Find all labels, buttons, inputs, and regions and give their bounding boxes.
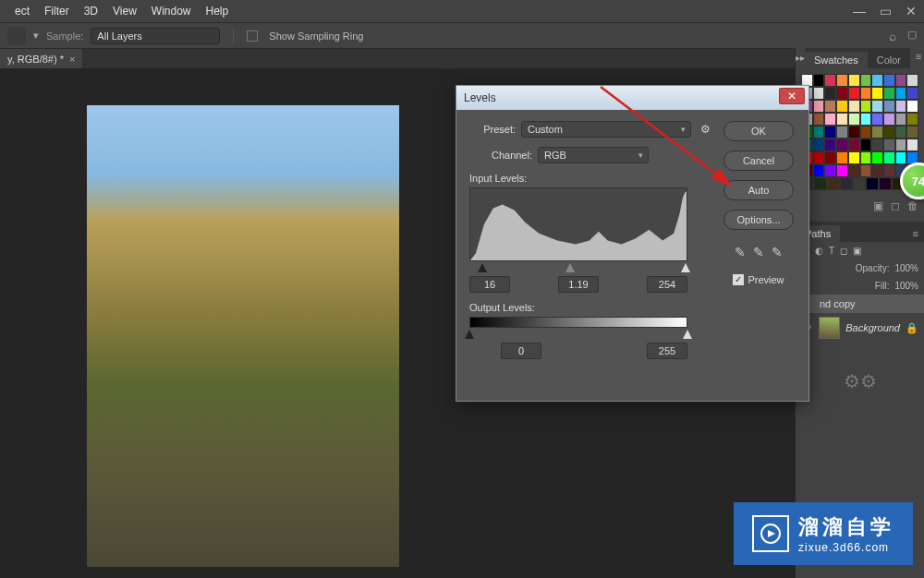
input-gamma-field[interactable] xyxy=(558,276,599,293)
ok-button[interactable]: OK xyxy=(723,121,794,141)
swatch-cell[interactable] xyxy=(871,164,883,177)
filter-adjust-icon[interactable]: ◐ xyxy=(815,246,823,256)
menu-item[interactable]: Window xyxy=(144,5,199,18)
output-white-field[interactable] xyxy=(647,343,687,359)
swatch-cell[interactable] xyxy=(814,177,827,190)
swatch-new-icon[interactable]: ◻ xyxy=(891,199,900,212)
document-tab[interactable]: y, RGB/8#) * × xyxy=(0,49,82,69)
output-gradient[interactable] xyxy=(469,317,687,328)
panel-icon[interactable]: ▸▸ xyxy=(796,48,805,68)
layer-row[interactable]: 👁 Background 🔒 xyxy=(796,313,924,343)
swatch-cell[interactable] xyxy=(906,100,918,113)
white-eyedropper-icon[interactable]: ✎ xyxy=(772,245,783,259)
swatch-cell[interactable] xyxy=(848,138,860,151)
swatch-cell[interactable] xyxy=(836,100,848,113)
filter-type-icon[interactable]: T xyxy=(829,246,834,256)
swatch-cell[interactable] xyxy=(883,74,895,87)
swatch-cell[interactable] xyxy=(860,100,872,113)
swatch-cell[interactable] xyxy=(895,138,907,151)
swatch-cell[interactable] xyxy=(848,100,860,113)
auto-button[interactable]: Auto xyxy=(723,180,794,200)
output-white-handle[interactable] xyxy=(683,330,692,339)
swatch-cell[interactable] xyxy=(895,87,907,100)
channel-dropdown[interactable]: RGB xyxy=(538,147,649,163)
preview-checkbox[interactable]: ✓ xyxy=(733,274,744,285)
swatch-cell[interactable] xyxy=(824,87,836,100)
swatch-cell[interactable] xyxy=(813,151,825,164)
output-black-field[interactable] xyxy=(501,343,541,359)
tool-preset-icon[interactable] xyxy=(7,27,26,45)
swatch-cell[interactable] xyxy=(836,74,848,87)
cancel-button[interactable]: Cancel xyxy=(723,151,794,171)
swatch-cell[interactable] xyxy=(848,87,860,100)
swatch-cell[interactable] xyxy=(883,87,895,100)
input-black-handle[interactable] xyxy=(478,263,487,272)
swatch-cell[interactable] xyxy=(824,74,836,87)
input-white-handle[interactable] xyxy=(681,263,690,272)
swatch-cell[interactable] xyxy=(871,126,883,138)
swatch-cell[interactable] xyxy=(883,126,895,138)
swatch-cell[interactable] xyxy=(860,164,872,177)
swatch-cell[interactable] xyxy=(906,138,918,151)
swatch-cell[interactable] xyxy=(871,100,883,113)
sample-dropdown[interactable]: All Layers xyxy=(91,28,220,44)
swatch-cell[interactable] xyxy=(883,113,895,126)
swatch-cell[interactable] xyxy=(883,100,895,113)
close-button[interactable]: ✕ xyxy=(898,0,924,22)
swatch-cell[interactable] xyxy=(906,126,918,138)
swatch-cell[interactable] xyxy=(813,87,825,100)
swatch-cell[interactable] xyxy=(860,87,872,100)
fill-value[interactable]: 100% xyxy=(894,281,918,291)
options-button[interactable]: Options... xyxy=(723,210,794,230)
swatch-cell[interactable] xyxy=(871,151,883,164)
input-slider-track[interactable] xyxy=(469,263,687,272)
swatch-cell[interactable] xyxy=(824,126,836,138)
layers-menu-icon[interactable]: ≡ xyxy=(907,225,924,242)
swatch-cell[interactable] xyxy=(824,151,836,164)
filter-smart-icon[interactable]: ▣ xyxy=(853,246,861,256)
menu-item[interactable]: Help xyxy=(199,5,237,18)
swatch-cell[interactable] xyxy=(860,113,872,126)
filter-shape-icon[interactable]: ◻ xyxy=(840,246,847,256)
output-black-handle[interactable] xyxy=(465,330,474,339)
swatch-cell[interactable] xyxy=(860,138,872,151)
swatch-cell[interactable] xyxy=(813,74,825,87)
minimize-button[interactable]: — xyxy=(846,0,872,22)
swatch-cell[interactable] xyxy=(813,126,825,138)
swatch-cell[interactable] xyxy=(906,113,918,126)
swatch-cell[interactable] xyxy=(824,138,836,151)
swatch-cell[interactable] xyxy=(871,113,883,126)
swatch-delete-icon[interactable]: 🗑 xyxy=(907,199,918,212)
close-tab-icon[interactable]: × xyxy=(69,54,75,65)
swatch-cell[interactable] xyxy=(824,100,836,113)
menu-item[interactable]: Filter xyxy=(37,5,77,18)
document-canvas[interactable] xyxy=(87,105,399,567)
swatch-cell[interactable] xyxy=(895,100,907,113)
menu-item[interactable]: 3D xyxy=(77,5,105,18)
input-white-field[interactable] xyxy=(647,276,687,293)
swatch-cell[interactable] xyxy=(836,113,848,126)
menu-item[interactable]: View xyxy=(105,5,144,18)
swatch-cell[interactable] xyxy=(840,177,853,190)
swatch-cell[interactable] xyxy=(813,100,825,113)
swatch-cell[interactable] xyxy=(860,74,872,87)
input-gamma-handle[interactable] xyxy=(565,263,575,272)
gray-eyedropper-icon[interactable]: ✎ xyxy=(753,245,764,259)
swatch-cell[interactable] xyxy=(906,87,918,100)
show-sampling-checkbox[interactable] xyxy=(247,30,258,42)
swatch-cell[interactable] xyxy=(860,151,872,164)
swatch-cell[interactable] xyxy=(883,151,895,164)
swatch-cell[interactable] xyxy=(895,113,907,126)
swatch-cell[interactable] xyxy=(871,138,883,151)
swatch-cell[interactable] xyxy=(848,151,860,164)
search-icon[interactable]: ⌕ xyxy=(889,29,896,43)
swatch-cell[interactable] xyxy=(813,138,825,151)
swatches-tab[interactable]: Swatches xyxy=(805,52,868,68)
swatch-cell[interactable] xyxy=(879,177,892,190)
swatch-cell[interactable] xyxy=(813,164,825,177)
swatch-cell[interactable] xyxy=(836,87,848,100)
color-tab[interactable]: Color xyxy=(868,52,910,68)
panel-menu-icon[interactable]: ≡ xyxy=(910,48,924,68)
layer-row[interactable]: nd copy xyxy=(796,295,924,313)
swatch-cell[interactable] xyxy=(848,74,860,87)
